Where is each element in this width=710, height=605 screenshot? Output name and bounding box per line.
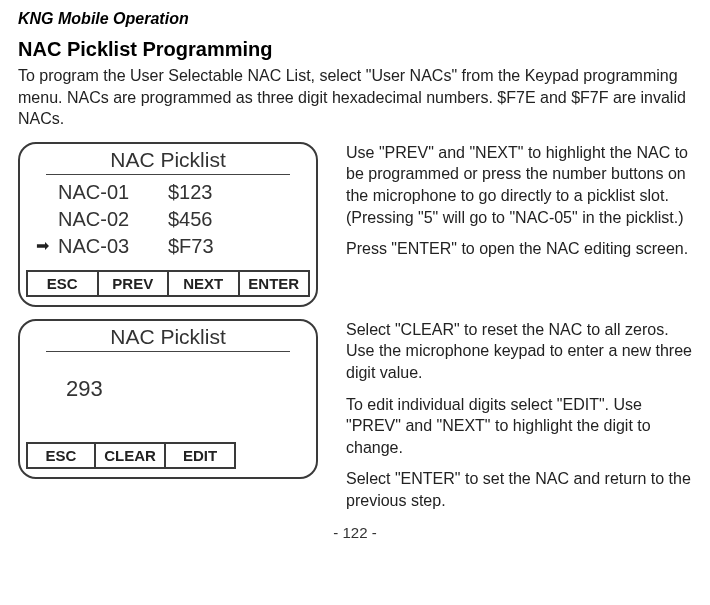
- nac-label: NAC-03: [58, 233, 168, 260]
- next-button[interactable]: NEXT: [169, 270, 240, 297]
- screen-picklist-body: NAC-01 $123 NAC-02 $456 ➡ NAC-03 $F73: [20, 175, 316, 270]
- nac-value: $123: [168, 179, 248, 206]
- screen-buttons: ESC PREV NEXT ENTER: [20, 270, 316, 305]
- screen-picklist: NAC Picklist NAC-01 $123 NAC-02 $456 ➡ N…: [18, 142, 318, 307]
- nac-edit-value: 293: [36, 356, 300, 422]
- page-number: - 122 -: [18, 524, 692, 541]
- instruction-text: (Pressing "5" will go to "NAC-05" in the…: [346, 209, 684, 226]
- instruction-text: Select "CLEAR" to reset the NAC to all z…: [346, 319, 692, 384]
- nac-label: NAC-02: [58, 206, 168, 233]
- instruction-text: Press "ENTER" to open the NAC editing sc…: [346, 238, 692, 260]
- enter-button[interactable]: ENTER: [240, 270, 311, 297]
- screen-picklist-title: NAC Picklist: [46, 144, 290, 175]
- nac-value: $F73: [168, 233, 248, 260]
- nac-row: NAC-02 $456: [36, 206, 300, 233]
- section-title: NAC Picklist Programming: [18, 38, 692, 61]
- nac-label: NAC-01: [58, 179, 168, 206]
- header-operation: KNG Mobile Operation: [18, 10, 692, 28]
- nac-row: ➡ NAC-03 $F73: [36, 233, 300, 260]
- instruction-text: Use "PREV" and "NEXT" to highlight the N…: [346, 144, 688, 204]
- screen-edit-title: NAC Picklist: [46, 321, 290, 352]
- clear-button[interactable]: CLEAR: [96, 442, 166, 469]
- nac-value: $456: [168, 206, 248, 233]
- screen-edit-body: 293: [20, 352, 316, 442]
- arrow-icon: ➡: [36, 235, 58, 257]
- screen-edit: NAC Picklist 293 ESC CLEAR EDIT: [18, 319, 318, 479]
- instruction-text: Select "ENTER" to set the NAC and return…: [346, 468, 692, 511]
- instructions-block-1: Use "PREV" and "NEXT" to highlight the N…: [346, 142, 692, 260]
- intro-text: To program the User Selectable NAC List,…: [18, 65, 692, 130]
- instructions-block-2: Select "CLEAR" to reset the NAC to all z…: [346, 319, 692, 512]
- instruction-text: To edit individual digits select "EDIT".…: [346, 394, 692, 459]
- esc-button[interactable]: ESC: [26, 442, 96, 469]
- esc-button[interactable]: ESC: [26, 270, 99, 297]
- edit-button[interactable]: EDIT: [166, 442, 236, 469]
- nac-row: NAC-01 $123: [36, 179, 300, 206]
- screen-buttons: ESC CLEAR EDIT: [20, 442, 316, 477]
- prev-button[interactable]: PREV: [99, 270, 170, 297]
